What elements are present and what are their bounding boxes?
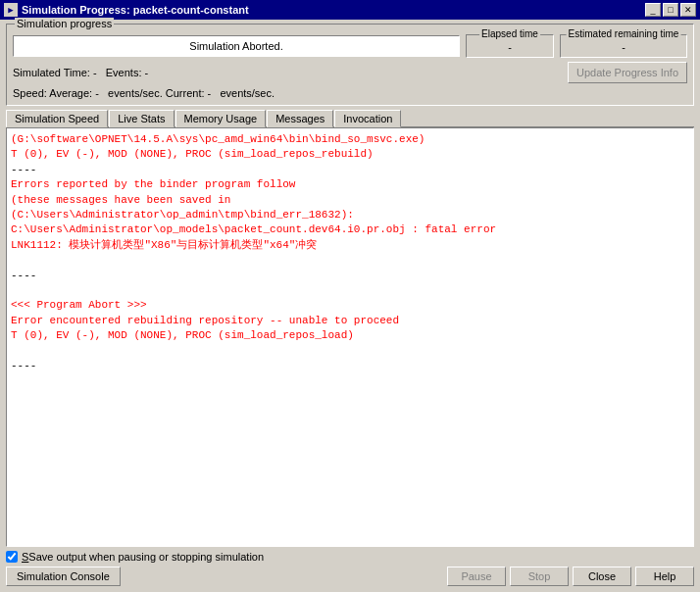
bottom-area: SSave output when pausing or stopping si… <box>6 551 694 586</box>
speed-text: Speed: Average: - events/sec. Current: -… <box>13 87 687 99</box>
app-icon: ▶ <box>4 3 18 17</box>
restore-button[interactable]: □ <box>663 3 678 17</box>
tab-messages[interactable]: Messages <box>267 110 333 127</box>
minimize-button[interactable]: _ <box>645 3 661 17</box>
estimated-remaining-value: - <box>569 41 678 53</box>
simulation-console-button[interactable]: Simulation Console <box>6 567 121 586</box>
update-progress-button[interactable]: Update Progress Info <box>568 62 687 83</box>
tab-memory-usage[interactable]: Memory Usage <box>175 110 267 127</box>
simulation-status-bar: Simulation Aborted. <box>13 35 460 57</box>
simulation-progress-label: Simulation progress <box>15 18 114 29</box>
title-bar: ▶ Simulation Progress: packet-count-cons… <box>0 0 700 20</box>
sim-time-text: Simulated Time: - Events: - <box>13 67 148 78</box>
info-row: Simulated Time: - Events: - Update Progr… <box>13 62 687 83</box>
simulation-progress-group: Simulation progress Simulation Aborted. … <box>6 24 694 106</box>
save-output-checkbox[interactable] <box>6 551 18 563</box>
main-container: Simulation progress Simulation Aborted. … <box>0 20 700 592</box>
stop-button[interactable]: Stop <box>510 567 569 586</box>
tab-live-stats[interactable]: Live Stats <box>109 110 174 127</box>
window-title: Simulation Progress: packet-count-consta… <box>22 4 645 16</box>
estimated-remaining-label: Estimated remaining time <box>567 28 681 39</box>
elapsed-time-value: - <box>475 41 545 53</box>
tab-bar: Simulation Speed Live Stats Memory Usage… <box>6 110 694 127</box>
help-button[interactable]: Help <box>635 567 694 586</box>
tab-simulation-speed[interactable]: Simulation Speed <box>6 110 108 127</box>
window-controls: _ □ ✕ <box>645 3 696 17</box>
elapsed-time-label: Elapsed time <box>479 28 540 39</box>
status-row: Simulation Aborted. Elapsed time - Estim… <box>13 34 687 58</box>
pause-button[interactable]: Pause <box>447 567 506 586</box>
save-output-label[interactable]: SSave output when pausing or stopping si… <box>22 551 264 563</box>
close-dialog-button[interactable]: Close <box>573 567 631 586</box>
tab-invocation[interactable]: Invocation <box>334 110 401 127</box>
elapsed-time-group: Elapsed time - <box>466 34 554 58</box>
console-content: (G:\software\OPNET\14.5.A\sys\pc_amd_win… <box>11 132 689 389</box>
bottom-buttons-bar: Simulation Console Pause Stop Close Help <box>6 567 694 586</box>
console-output-panel[interactable]: (G:\software\OPNET\14.5.A\sys\pc_amd_win… <box>6 127 694 547</box>
close-button[interactable]: ✕ <box>680 3 696 17</box>
estimated-remaining-group: Estimated remaining time - <box>560 34 687 58</box>
tabs-container: Simulation Speed Live Stats Memory Usage… <box>6 110 694 547</box>
checkbox-row: SSave output when pausing or stopping si… <box>6 551 694 563</box>
